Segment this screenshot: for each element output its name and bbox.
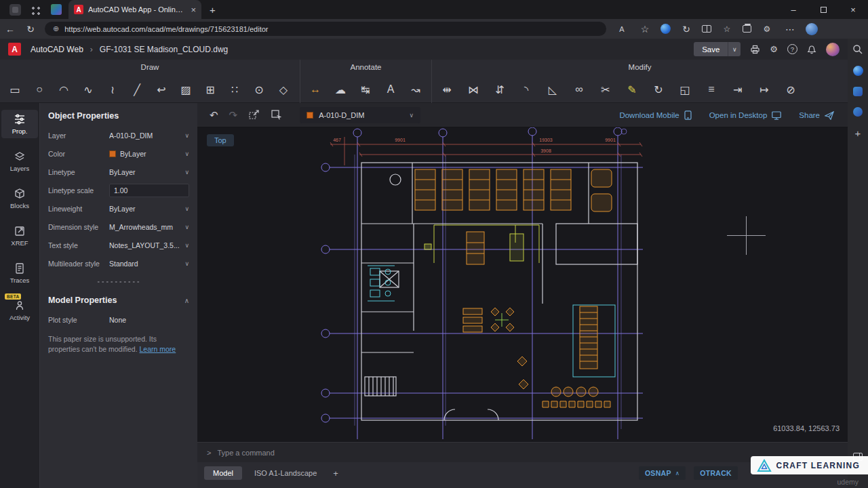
- search-icon[interactable]: [852, 44, 863, 55]
- rotate-tool[interactable]: ↻: [650, 81, 667, 98]
- download-mobile-button[interactable]: Download Mobile: [619, 110, 691, 120]
- stretch-tool[interactable]: ⇥: [730, 81, 746, 98]
- site-info-icon[interactable]: ⊕: [53, 24, 59, 33]
- flip-tool[interactable]: ⇵: [492, 81, 508, 98]
- add-layout-button[interactable]: +: [329, 468, 342, 479]
- rail-item-activity[interactable]: BETA Activity: [1, 296, 38, 325]
- floor-plan-drawing[interactable]: 467 9901 19303 3908 9901: [312, 127, 762, 441]
- insert-block-tool[interactable]: ⊞: [202, 81, 218, 98]
- maximize-button[interactable]: [808, 0, 838, 19]
- command-input-placeholder[interactable]: Type a command: [217, 449, 274, 457]
- panel-resize-handle[interactable]: [96, 281, 141, 283]
- close-button[interactable]: ×: [838, 0, 868, 19]
- split-screen-icon[interactable]: [702, 25, 711, 33]
- learn-more-link[interactable]: Learn more: [140, 345, 176, 353]
- browser-profile-avatar[interactable]: [806, 23, 818, 35]
- tab-layout[interactable]: ISO A1-Landscape: [249, 466, 322, 480]
- address-bar[interactable]: ⊕ https://web.autocad.com/acad/me/drawin…: [45, 22, 606, 36]
- copilot-icon[interactable]: [660, 24, 671, 34]
- save-dropdown-icon[interactable]: ∨: [728, 42, 741, 56]
- erase-tool[interactable]: ⊘: [783, 81, 799, 98]
- open-in-desktop-button[interactable]: Open in Desktop: [709, 111, 782, 120]
- favorites-bar-icon[interactable]: ☆: [719, 24, 734, 34]
- tab-close-icon[interactable]: ×: [191, 5, 196, 14]
- tab-grid-icon[interactable]: [29, 4, 40, 15]
- model-properties-header[interactable]: Model Properties ∧: [40, 290, 197, 310]
- minimize-button[interactable]: –: [778, 0, 808, 19]
- point-tool[interactable]: ∷: [226, 81, 243, 98]
- collapse-chevron-icon[interactable]: ∧: [184, 297, 189, 304]
- offset-tool[interactable]: ≡: [703, 81, 719, 98]
- lineweight-dropdown[interactable]: ByLayer∨: [109, 205, 189, 213]
- polygon-tool[interactable]: ◇: [275, 81, 292, 98]
- array-tool[interactable]: ∞: [571, 81, 587, 98]
- linetype-scale-input[interactable]: 1.00: [109, 184, 189, 197]
- rectangle-tool[interactable]: ▭: [7, 81, 23, 98]
- current-layer-dropdown[interactable]: A-010-D_DIM ∨: [300, 107, 420, 123]
- box-select-icon[interactable]: [271, 109, 282, 121]
- text-tool[interactable]: A: [382, 81, 399, 98]
- linetype-dropdown[interactable]: ByLayer∨: [109, 168, 189, 176]
- save-button[interactable]: Save: [694, 42, 728, 56]
- print-icon[interactable]: [750, 45, 760, 54]
- dimension-tool[interactable]: ↔: [307, 81, 323, 98]
- drawing-viewport[interactable]: Top: [197, 127, 848, 442]
- help-icon[interactable]: ?: [787, 44, 797, 54]
- otrack-toggle[interactable]: OTRACK: [694, 466, 738, 480]
- favorite-star-icon[interactable]: ☆: [637, 24, 652, 35]
- workspace-icon[interactable]: [9, 4, 21, 16]
- undo-icon[interactable]: ↶: [210, 109, 218, 121]
- notifications-bell-icon[interactable]: [807, 45, 816, 54]
- redo-icon[interactable]: ↷: [229, 109, 238, 121]
- read-aloud-icon[interactable]: A: [614, 25, 629, 33]
- selection-mode-icon[interactable]: [248, 109, 260, 121]
- revision-cloud-tool[interactable]: ↩: [153, 81, 170, 98]
- tab-model[interactable]: Model: [204, 466, 242, 480]
- linear-dimension-tool[interactable]: ↹: [357, 81, 374, 98]
- chamfer-tool[interactable]: ◺: [545, 81, 561, 98]
- ellipse-tool[interactable]: ⊙: [251, 81, 267, 98]
- polyline-tool[interactable]: ∿: [80, 81, 96, 98]
- collections-icon[interactable]: [743, 25, 751, 33]
- revision-cloud-annotate-tool[interactable]: ☁: [332, 81, 349, 98]
- rail-item-blocks[interactable]: Blocks: [1, 184, 38, 213]
- line-tool[interactable]: ╱: [129, 81, 145, 98]
- browser-tab-active[interactable]: A AutoCAD Web App - Online CAD ×: [68, 0, 201, 19]
- rail-item-xref[interactable]: XREF: [1, 222, 38, 250]
- hatch-tool[interactable]: ▨: [178, 81, 194, 98]
- sync-icon[interactable]: ↻: [679, 24, 694, 35]
- rail-item-traces[interactable]: Traces: [1, 259, 38, 287]
- sidebar-copilot-icon[interactable]: [853, 66, 863, 76]
- fillet-tool[interactable]: ◝: [518, 81, 534, 98]
- spline-tool[interactable]: ≀: [104, 81, 121, 98]
- rail-item-layers[interactable]: Layers: [1, 147, 38, 176]
- mirror-tool[interactable]: ⋈: [465, 81, 481, 98]
- color-dropdown[interactable]: ByLayer∨: [109, 150, 189, 158]
- osnap-toggle[interactable]: OSNAP ∧: [639, 466, 686, 480]
- share-button[interactable]: Share: [799, 111, 834, 120]
- circle-tool[interactable]: ○: [31, 81, 47, 98]
- sidebar-app-icon[interactable]: [853, 87, 863, 96]
- scale-tool[interactable]: ◱: [677, 81, 693, 98]
- arc-tool[interactable]: ◠: [56, 81, 72, 98]
- settings-gear-icon[interactable]: ⚙: [770, 44, 778, 54]
- view-cube-top[interactable]: Top: [207, 134, 234, 146]
- new-tab-button[interactable]: +: [210, 4, 216, 16]
- extend-tool[interactable]: ↦: [756, 81, 772, 98]
- text-style-dropdown[interactable]: Notes_LAYOUT_3.5...∨: [109, 241, 189, 249]
- leader-tool[interactable]: ↝: [408, 81, 424, 98]
- back-icon[interactable]: ←: [0, 24, 20, 35]
- pinned-tab[interactable]: [51, 4, 62, 15]
- sidebar-app-icon-2[interactable]: [853, 107, 863, 117]
- user-avatar[interactable]: [826, 43, 840, 56]
- rail-item-properties[interactable]: Prop.: [1, 110, 38, 138]
- multileader-style-dropdown[interactable]: Standard∨: [109, 260, 189, 268]
- dimension-style-dropdown[interactable]: M_Arrowheads_mm∨: [109, 223, 189, 231]
- browser-settings-icon[interactable]: ⚙: [760, 24, 774, 34]
- match-properties-tool[interactable]: ✎: [624, 81, 640, 98]
- trim-tool[interactable]: ✂: [597, 81, 614, 98]
- layer-dropdown[interactable]: A-010-D_DIM∨: [109, 131, 189, 140]
- more-menu-icon[interactable]: ⋯: [783, 24, 797, 35]
- move-tool[interactable]: ⇹: [439, 81, 455, 98]
- app-name[interactable]: AutoCAD Web: [31, 45, 83, 54]
